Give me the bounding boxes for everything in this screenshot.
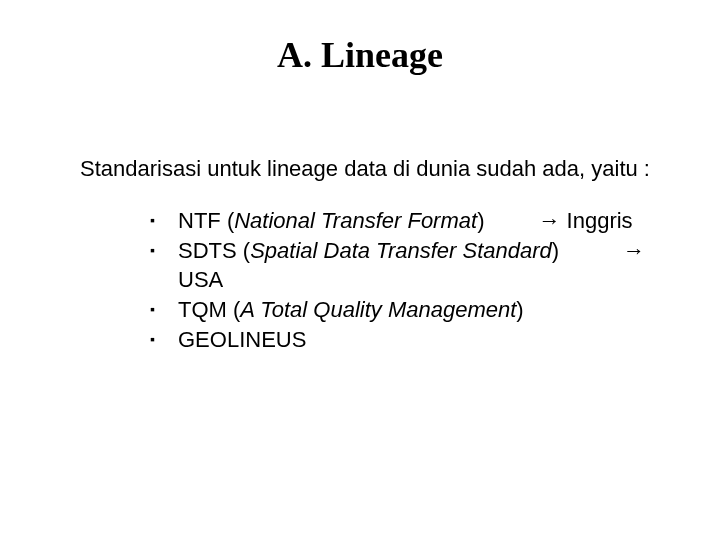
country: USA bbox=[178, 267, 223, 292]
abbr: NTF bbox=[178, 208, 221, 233]
list-item: NTF (National Transfer Format)→ Inggris bbox=[150, 206, 670, 236]
expansion: Spatial Data Transfer Standard bbox=[250, 238, 552, 263]
arrow: → bbox=[538, 208, 560, 233]
slide: A. Lineage Standarisasi untuk lineage da… bbox=[0, 0, 720, 540]
arrow: → bbox=[623, 238, 645, 263]
expansion: National Transfer Format bbox=[234, 208, 477, 233]
list-item: TQM (A Total Quality Management) bbox=[150, 295, 670, 325]
intro-text: Standarisasi untuk lineage data di dunia… bbox=[80, 156, 670, 182]
expansion: A Total Quality Management bbox=[240, 297, 516, 322]
list-item: SDTS (Spatial Data Transfer Standard)→ U… bbox=[150, 236, 670, 295]
slide-title: A. Lineage bbox=[50, 34, 670, 76]
abbr: GEOLINEUS bbox=[178, 327, 306, 352]
abbr: TQM bbox=[178, 297, 227, 322]
country: Inggris bbox=[567, 208, 633, 233]
list-item: GEOLINEUS bbox=[150, 325, 670, 355]
abbr: SDTS bbox=[178, 238, 237, 263]
bullet-list: NTF (National Transfer Format)→ Inggris … bbox=[150, 206, 670, 354]
